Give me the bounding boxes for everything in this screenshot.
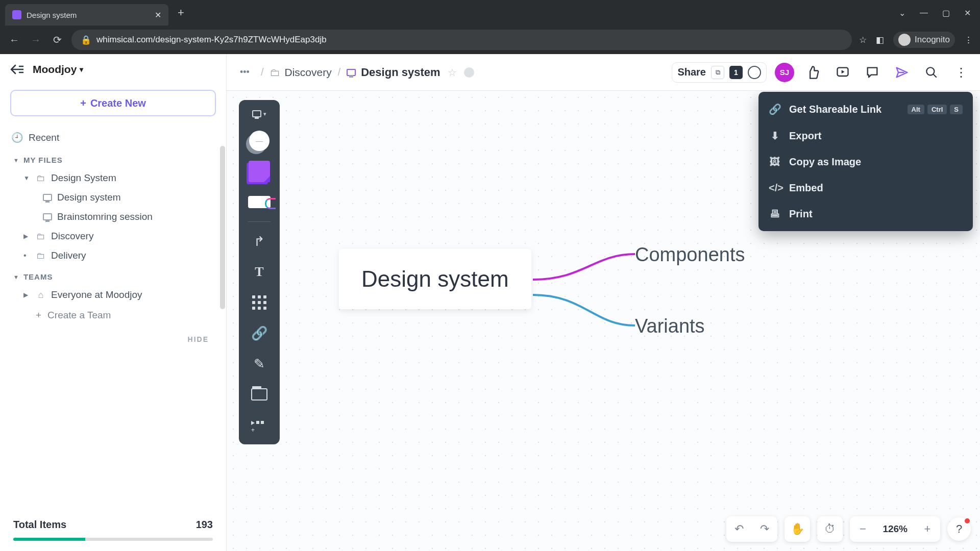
- tool-templates[interactable]: [245, 288, 274, 317]
- menu-item-copy-image[interactable]: 🖼 Copy as Image: [758, 149, 973, 175]
- menu-item-export[interactable]: ⬇ Export: [758, 122, 973, 149]
- clock-icon: 🕘: [11, 132, 22, 143]
- menu-label: Embed: [789, 182, 823, 194]
- address-bar[interactable]: 🔒 whimsical.com/design-system-Ky2s7h9ZTW…: [71, 30, 852, 50]
- plus-icon: +: [36, 310, 41, 321]
- browser-tab[interactable]: Design system ✕: [5, 4, 168, 26]
- my-files-label: MY FILES: [23, 156, 63, 164]
- tool-board-type[interactable]: ▾: [243, 105, 276, 122]
- tree-board-brainstorming[interactable]: Brainstomring session: [0, 207, 226, 227]
- window-close-icon[interactable]: ✕: [964, 8, 971, 18]
- new-tab-button[interactable]: +: [174, 6, 188, 19]
- sidebar-item-recent[interactable]: 🕘 Recent: [0, 127, 226, 148]
- url-text: whimsical.com/design-system-Ky2s7h9ZTWcW…: [96, 35, 327, 45]
- tool-frame[interactable]: [245, 380, 274, 409]
- usage-progress-bar: [13, 538, 213, 541]
- breadcrumb-current[interactable]: Design system: [347, 66, 440, 79]
- board-label: Design system: [57, 192, 121, 203]
- side-panel-icon[interactable]: ◧: [876, 35, 884, 45]
- status-check-icon[interactable]: [464, 67, 474, 78]
- folder-icon: 🗀: [36, 173, 46, 184]
- sidebar-scrollbar[interactable]: [220, 146, 225, 309]
- window-maximize-icon[interactable]: ▢: [942, 8, 950, 18]
- comments-icon[interactable]: [862, 62, 883, 83]
- share-dropdown-menu: 🔗 Get Shareable Link Alt Ctrl S ⬇ Export…: [758, 92, 973, 231]
- recent-label: Recent: [29, 132, 59, 143]
- favicon: [12, 10, 21, 19]
- tree-folder-delivery[interactable]: • 🗀 Delivery: [0, 246, 226, 265]
- zoom-out-button[interactable]: −: [850, 516, 875, 542]
- viewer-count-badge[interactable]: 1: [729, 66, 743, 79]
- redo-button[interactable]: ↷: [752, 516, 777, 542]
- more-menu-icon[interactable]: ⋮: [950, 62, 972, 83]
- forward-icon[interactable]: →: [29, 34, 43, 46]
- favorite-star-icon[interactable]: ☆: [448, 66, 457, 79]
- hide-button[interactable]: HIDE: [0, 326, 226, 343]
- canvas[interactable]: ▾ — ↱ T 🔗 ✎ + Design system Components V…: [227, 91, 980, 551]
- share-group: Share ⧉ 1: [672, 62, 767, 83]
- profile-label: Incognito: [915, 35, 950, 45]
- board-icon: [43, 194, 52, 201]
- profile-badge[interactable]: Incognito: [893, 32, 955, 48]
- collapse-sidebar-icon[interactable]: [10, 64, 23, 74]
- svg-point-1: [926, 67, 934, 75]
- tool-more[interactable]: +: [245, 411, 274, 439]
- history-button[interactable]: ⏱: [817, 516, 843, 542]
- tree-board-design-system[interactable]: Design system: [0, 188, 226, 207]
- browser-menu-icon[interactable]: ⋮: [964, 35, 973, 45]
- tree-team-everyone[interactable]: ▶ ⌂ Everyone at Moodjoy: [0, 285, 226, 305]
- search-icon[interactable]: [921, 62, 942, 83]
- help-button[interactable]: ?: [947, 517, 971, 541]
- mindmap-child-node[interactable]: Components: [635, 244, 745, 266]
- back-icon[interactable]: ←: [7, 34, 21, 46]
- tool-sticky-note[interactable]: [245, 157, 274, 186]
- undo-button[interactable]: ↶: [726, 516, 752, 542]
- window-minimize-icon[interactable]: —: [920, 8, 928, 18]
- tree-folder-discovery[interactable]: ▶ 🗀 Discovery: [0, 227, 226, 246]
- mindmap-child-node[interactable]: Variants: [635, 315, 705, 337]
- present-icon[interactable]: [832, 62, 853, 83]
- total-items-label: Total Items: [13, 519, 66, 531]
- public-access-icon[interactable]: [748, 66, 761, 79]
- copy-link-icon[interactable]: ⧉: [711, 66, 724, 79]
- share-button[interactable]: Share: [677, 66, 706, 78]
- breadcrumb-overflow[interactable]: •••: [235, 64, 255, 81]
- folder-label: Delivery: [51, 250, 86, 261]
- send-icon[interactable]: [891, 62, 913, 83]
- breadcrumb-parent[interactable]: 🗀 Discovery: [270, 66, 331, 79]
- workspace-name: Moodjoy: [33, 63, 77, 76]
- close-tab-icon[interactable]: ✕: [155, 10, 161, 20]
- zoom-level[interactable]: 126%: [875, 523, 915, 535]
- tool-connector[interactable]: ↱: [245, 227, 274, 256]
- menu-item-print[interactable]: 🖶 Print: [758, 201, 973, 227]
- like-icon[interactable]: [802, 62, 824, 83]
- tool-link[interactable]: 🔗: [245, 319, 274, 347]
- tool-flowchart[interactable]: —: [245, 127, 274, 155]
- user-avatar[interactable]: SJ: [775, 63, 794, 82]
- tab-title: Design system: [27, 11, 150, 19]
- create-team-button[interactable]: + Create a Team: [0, 305, 226, 326]
- sidebar-section-my-files[interactable]: ▼ MY FILES: [0, 148, 226, 168]
- menu-label: Print: [789, 208, 813, 220]
- zoom-in-button[interactable]: +: [915, 516, 940, 542]
- caret-down-icon: ▼: [13, 274, 19, 280]
- tabs-dropdown-icon[interactable]: ⌄: [899, 8, 905, 18]
- menu-item-embed[interactable]: </> Embed: [758, 175, 973, 201]
- breadcrumb-parent-label: Discovery: [284, 66, 331, 79]
- caret-right-icon: ▶: [23, 291, 31, 298]
- workspace-switcher[interactable]: Moodjoy ▾: [33, 63, 83, 76]
- tool-mindmap[interactable]: [245, 188, 274, 216]
- tool-pencil[interactable]: ✎: [245, 349, 274, 378]
- browser-tab-strip: Design system ✕ + ⌄ — ▢ ✕: [0, 0, 980, 26]
- tree-folder-design-system[interactable]: ▼ 🗀 Design System: [0, 168, 226, 188]
- caret-right-icon: ▶: [23, 233, 31, 240]
- bookmark-star-icon[interactable]: ☆: [859, 35, 867, 45]
- create-new-button[interactable]: + Create New: [10, 90, 216, 116]
- reload-icon[interactable]: ⟳: [50, 34, 64, 46]
- tool-text[interactable]: T: [245, 258, 274, 286]
- mindmap-root-node[interactable]: Design system: [339, 249, 531, 309]
- hand-tool-button[interactable]: ✋: [785, 516, 810, 542]
- breadcrumb-current-label: Design system: [361, 66, 440, 79]
- menu-item-shareable-link[interactable]: 🔗 Get Shareable Link Alt Ctrl S: [758, 96, 973, 122]
- sidebar-section-teams[interactable]: ▼ TEAMS: [0, 265, 226, 285]
